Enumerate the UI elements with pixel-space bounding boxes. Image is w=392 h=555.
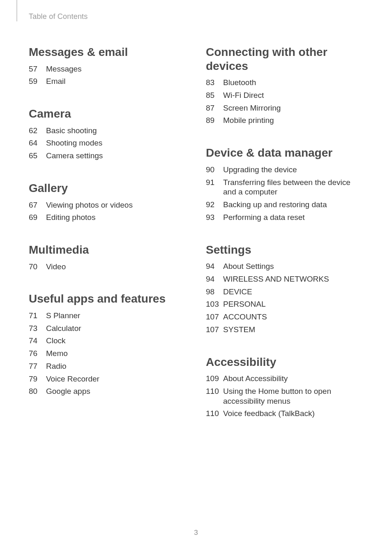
entry-page-number: 74 (29, 336, 46, 346)
toc-section: Accessibility109About Accessibility110Us… (206, 355, 363, 419)
toc-section: Messages & email57Messages59Email (29, 45, 186, 86)
entry-title: Transferring files between the device an… (223, 178, 363, 197)
entry-title: Radio (46, 361, 186, 371)
toc-entry[interactable]: 103PERSONAL (206, 299, 363, 309)
entry-title: Wi-Fi Direct (223, 90, 363, 100)
section-title[interactable]: Camera (29, 107, 186, 121)
toc-entry[interactable]: 79Voice Recorder (29, 374, 186, 384)
toc-entry[interactable]: 94About Settings (206, 261, 363, 271)
entry-title: DEVICE (223, 287, 363, 297)
toc-entry[interactable]: 59Email (29, 76, 186, 86)
entry-title: About Accessibility (223, 374, 363, 384)
entry-title: Email (46, 76, 186, 86)
entry-page-number: 92 (206, 200, 223, 210)
entry-page-number: 79 (29, 374, 46, 384)
toc-entry[interactable]: 71S Planner (29, 311, 186, 321)
toc-section: Gallery67Viewing photos or videos69Editi… (29, 181, 186, 222)
entry-page-number: 64 (29, 138, 46, 148)
toc-entry[interactable]: 65Camera settings (29, 151, 186, 161)
toc-entry[interactable]: 57Messages (29, 64, 186, 74)
entry-page-number: 90 (206, 165, 223, 175)
toc-entry[interactable]: 93Performing a data reset (206, 213, 363, 222)
entry-page-number: 110 (206, 386, 223, 396)
entry-page-number: 91 (206, 178, 223, 187)
toc-entry[interactable]: 73Calculator (29, 324, 186, 333)
entry-page-number: 107 (206, 325, 223, 335)
entry-page-number: 98 (206, 287, 223, 297)
entry-page-number: 57 (29, 64, 46, 74)
entry-page-number: 73 (29, 324, 46, 333)
toc-entry[interactable]: 110Using the Home button to open accessi… (206, 386, 363, 406)
section-title[interactable]: Device & data manager (206, 146, 363, 160)
entry-title: WIRELESS AND NETWORKS (223, 274, 363, 284)
entry-title: Editing photos (46, 213, 186, 222)
toc-entry[interactable]: 67Viewing photos or videos (29, 200, 186, 210)
entry-title: Voice feedback (TalkBack) (223, 409, 363, 419)
section-title[interactable]: Gallery (29, 181, 186, 195)
toc-entry[interactable]: 107ACCOUNTS (206, 312, 363, 322)
right-column: Connecting with other devices83Bluetooth… (206, 45, 363, 439)
toc-entry[interactable]: 80Google apps (29, 386, 186, 396)
entry-page-number: 83 (206, 78, 223, 88)
entry-page-number: 70 (29, 262, 46, 272)
toc-section: Connecting with other devices83Bluetooth… (206, 45, 363, 125)
toc-section: Useful apps and features71S Planner73Cal… (29, 292, 186, 396)
entry-title: Performing a data reset (223, 213, 363, 222)
toc-section: Multimedia70Video (29, 243, 186, 271)
entry-title: Backing up and restoring data (223, 200, 363, 210)
toc-entry[interactable]: 91Transferring files between the device … (206, 178, 363, 197)
header-rule (16, 0, 17, 21)
entry-page-number: 94 (206, 261, 223, 271)
toc-section: Device & data manager90Upgrading the dev… (206, 146, 363, 222)
toc-entry[interactable]: 83Bluetooth (206, 78, 363, 88)
toc-entry[interactable]: 109About Accessibility (206, 374, 363, 384)
section-title[interactable]: Accessibility (206, 355, 363, 369)
toc-entry[interactable]: 89Mobile printing (206, 116, 363, 125)
entry-title: Mobile printing (223, 116, 363, 125)
toc-entry[interactable]: 92Backing up and restoring data (206, 200, 363, 210)
entry-page-number: 65 (29, 151, 46, 161)
entry-page-number: 77 (29, 361, 46, 371)
section-title[interactable]: Useful apps and features (29, 292, 186, 306)
toc-entry[interactable]: 69Editing photos (29, 213, 186, 222)
running-head: Table of Contents (29, 12, 88, 21)
entry-title: Memo (46, 349, 186, 358)
section-title[interactable]: Messages & email (29, 45, 186, 59)
toc-entry[interactable]: 107SYSTEM (206, 325, 363, 335)
entry-page-number: 85 (206, 90, 223, 100)
toc-entry[interactable]: 87Screen Mirroring (206, 103, 363, 113)
toc-entry[interactable]: 110Voice feedback (TalkBack) (206, 409, 363, 419)
section-title[interactable]: Settings (206, 243, 363, 257)
entry-title: Basic shooting (46, 126, 186, 136)
toc-entry[interactable]: 77Radio (29, 361, 186, 371)
toc-entry[interactable]: 70Video (29, 262, 186, 272)
entry-title: Messages (46, 64, 186, 74)
entry-title: Upgrading the device (223, 165, 363, 175)
entry-page-number: 76 (29, 349, 46, 358)
toc-entry[interactable]: 74Clock (29, 336, 186, 346)
entry-title: Clock (46, 336, 186, 346)
entry-page-number: 94 (206, 274, 223, 284)
toc-entry[interactable]: 98DEVICE (206, 287, 363, 297)
entry-title: Viewing photos or videos (46, 200, 186, 210)
section-title[interactable]: Connecting with other devices (206, 45, 363, 73)
entry-title: Google apps (46, 386, 186, 396)
entry-title: PERSONAL (223, 299, 363, 309)
toc-entry[interactable]: 62Basic shooting (29, 126, 186, 136)
entry-page-number: 89 (206, 116, 223, 125)
toc-entry[interactable]: 90Upgrading the device (206, 165, 363, 175)
left-column: Messages & email57Messages59EmailCamera6… (29, 45, 186, 439)
toc-entry[interactable]: 94WIRELESS AND NETWORKS (206, 274, 363, 284)
toc-entry[interactable]: 85Wi-Fi Direct (206, 90, 363, 100)
section-title[interactable]: Multimedia (29, 243, 186, 257)
entry-title: Calculator (46, 324, 186, 333)
entry-title: Camera settings (46, 151, 186, 161)
entry-page-number: 109 (206, 374, 223, 384)
entry-title: SYSTEM (223, 325, 363, 335)
entry-title: ACCOUNTS (223, 312, 363, 322)
entry-title: Bluetooth (223, 78, 363, 88)
toc-entry[interactable]: 64Shooting modes (29, 138, 186, 148)
entry-title: About Settings (223, 261, 363, 271)
toc-entry[interactable]: 76Memo (29, 349, 186, 358)
entry-page-number: 93 (206, 213, 223, 222)
